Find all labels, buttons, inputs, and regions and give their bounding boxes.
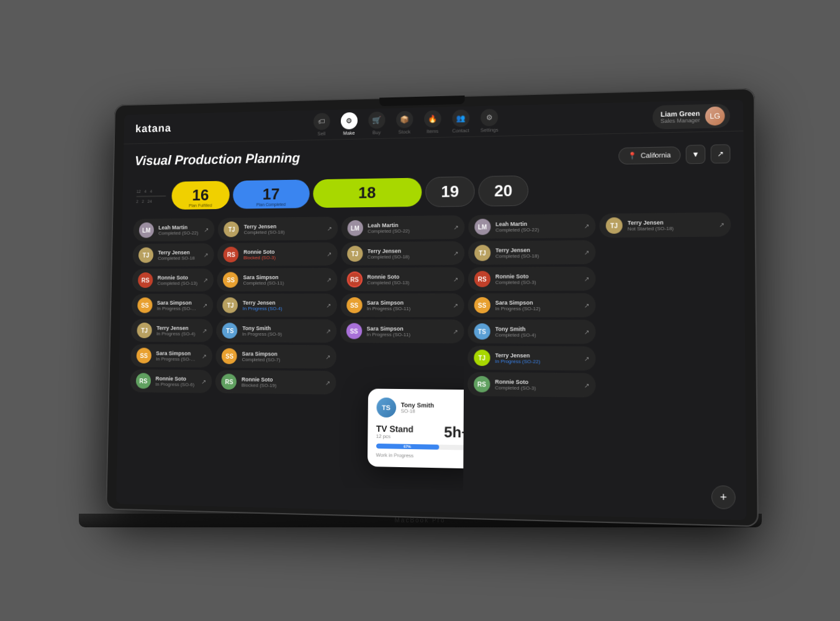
expanded-card-header: TS Tony Smith SO-18 ↗ [376,397,464,418]
arrow-icon: ↗ [584,382,589,388]
nav-item-contact[interactable]: 👥 Contact [452,109,469,133]
task-avatar: SS [223,272,238,287]
task-card[interactable]: TJ Terry Jensen In Progress (SO-4) ↗ [217,293,337,317]
arrow-icon: ↗ [204,226,209,233]
task-avatar: RS [474,270,490,287]
task-card[interactable]: LM Leah Martin Completed (SO-22) ↗ [341,215,464,240]
location-button[interactable]: 📍 California [618,146,680,164]
column-day19: TJ Terry Jensen Not Started (SO-18) ↗ [599,212,733,497]
task-card[interactable]: RS Ronnie Soto Blocked (SO-3) ↗ [217,242,337,266]
day-18-pill[interactable]: 18 [313,177,422,208]
task-avatar: TJ [474,244,490,261]
task-card[interactable]: SS Sara Simpson Completed (SO-7) ↗ [215,344,336,369]
task-card[interactable]: RS Ronnie Soto Blocked (SO-19) ↗ [215,370,336,394]
arrow-icon: ↗ [326,250,331,257]
buy-icon: 🛒 [368,111,385,128]
location-icon: 📍 [628,151,637,159]
task-card[interactable]: SS Sara Simpson In Progress (SO-11) ↗ [340,319,464,343]
share-button[interactable]: ↗ [710,144,730,163]
task-avatar: TJ [346,246,363,262]
screen-notch [379,95,464,105]
task-info: Terry Jensen In Progress (SO-4) [156,324,197,336]
task-info: Leah Martin Completed (SO-22) [158,223,200,235]
task-card[interactable]: TJ Terry Jensen Completed (SO-18) ↗ [340,241,464,265]
task-card[interactable]: SS Sara Simpson In Progress (SO-12) ↗ [467,293,595,317]
nav-item-sell[interactable]: 🏷 Sell [313,112,330,136]
column-day17: LM Leah Martin Completed (SO-22) ↗ TJ Te… [338,215,464,491]
task-card[interactable]: TJ Terry Jensen Completed (SO-18) ↗ [467,240,595,265]
task-avatar: SS [474,297,490,313]
task-card[interactable]: SS Sara Simpson Completed (SO-11) ↗ [217,267,336,291]
arrow-icon: ↗ [204,251,209,258]
task-card[interactable]: TJ Terry Jensen In Progress (SO-22) ↗ [467,346,595,370]
task-avatar: RS [135,373,151,388]
task-info: Sara Simpson In Progress (SO-12) [156,299,198,310]
expanded-task-card[interactable]: TS Tony Smith SO-18 ↗ TV Stand [367,388,464,468]
task-info: Ronnie Soto Completed (SO-3) [495,378,579,391]
day-19-pill[interactable]: 19 [425,176,475,207]
columns: LM Leah Martin Completed (SO-22) ↗ TJ Te… [128,212,733,497]
day-16-pill[interactable]: 16 Plan Fulfilled [171,181,230,209]
task-card[interactable]: TS Tony Smith In Progress (SO-9) ↗ [216,319,336,342]
task-card[interactable]: RS Ronnie Soto Completed (SO-3) ↗ [467,266,595,290]
task-card[interactable]: RS Ronnie Soto Completed (SO-13) ↗ [340,267,464,290]
task-info: Terry Jensen Completed (SO-18) [243,222,322,235]
make-icon: ⚙ [340,112,357,129]
main-content: Visual Production Planning 📍 California … [116,131,746,520]
task-card[interactable]: TJ Terry Jensen Completed SO-18 ↗ [132,243,214,266]
fab-button[interactable]: + [711,485,735,509]
items-icon: 🔥 [423,110,441,127]
expanded-quantity: 12 pcs [376,433,413,439]
filter-button[interactable]: ▼ [685,145,705,164]
arrow-icon: ↗ [453,275,458,282]
task-info: Sara Simpson In Progress (SO-11) [366,299,448,311]
nav-item-settings[interactable]: ⚙ Settings [480,109,498,133]
task-card[interactable]: TS Tony Smith Completed (SO-4) ↗ [467,319,595,344]
day-18-number: 18 [358,183,376,202]
task-card[interactable]: RS Ronnie Soto Completed (SO-13) ↗ [132,268,214,291]
arrow-icon: ↗ [453,249,458,256]
task-info: Terry Jensen Not Started (SO-18) [627,218,713,231]
day-20-pill[interactable]: 20 [478,175,528,206]
task-card[interactable]: TJ Terry Jensen Not Started (SO-18) ↗ [599,212,731,238]
day-20-number: 20 [494,181,512,200]
user-info: Liam Green Sales Manager [660,109,699,123]
app-logo: katana [135,122,171,135]
task-card[interactable]: SS Sara Simpson In Progress (SO-12) ↗ [130,344,212,367]
task-card[interactable]: RS Ronnie Soto In Progress (SO-6) ↗ [130,369,212,393]
task-card[interactable]: TJ Terry Jensen Completed (SO-18) ↗ [218,217,338,241]
task-card[interactable]: SS Sara Simpson In Progress (SO-11) ↗ [340,293,464,316]
task-info: Leah Martin Completed (SO-22) [495,220,579,232]
task-avatar: TS [474,323,490,339]
filter-icon: ▼ [692,150,700,158]
arrow-icon: ↗ [326,276,331,283]
task-card[interactable]: LM Leah Martin Completed (SO-22) ↗ [467,213,595,238]
page-header: Visual Production Planning 📍 California … [134,141,730,173]
arrow-icon: ↗ [584,248,589,255]
expanded-person-name: Tony Smith [400,401,433,409]
nav-item-make[interactable]: ⚙ Make [340,112,357,136]
column-prev: LM Leah Martin Completed (SO-22) ↗ TJ Te… [128,218,215,485]
task-avatar: TJ [222,297,238,313]
expanded-product-name: TV Stand [376,423,413,434]
nav-item-stock[interactable]: 📦 Stock [395,110,413,135]
task-info: Sara Simpson In Progress (SO-12) [156,350,197,362]
task-card[interactable]: RS Ronnie Soto Completed (SO-3) ↗ [467,372,595,397]
expanded-person-info: Tony Smith SO-18 [400,401,434,414]
day-16-number: 16 [192,185,209,204]
task-info: Terry Jensen Completed (SO-18) [367,247,448,259]
user-badge[interactable]: Liam Green Sales Manager LG [653,103,730,128]
day-17-pill[interactable]: 17 Plan Completed [232,179,309,208]
nav-item-buy[interactable]: 🛒 Buy [368,111,385,135]
task-avatar: TJ [605,217,622,234]
task-card[interactable]: LM Leah Martin Completed (SO-22) ↗ [133,218,215,241]
column-day18: LM Leah Martin Completed (SO-22) ↗ TJ Te… [466,213,595,493]
user-name: Liam Green [660,109,699,117]
task-card[interactable]: TJ Terry Jensen In Progress (SO-4) ↗ [131,319,213,342]
nav-item-items[interactable]: 🔥 Items [423,110,441,134]
task-card[interactable]: SS Sara Simpson In Progress (SO-12) ↗ [131,293,213,316]
arrow-icon: ↗ [325,353,330,360]
task-avatar: RS [473,375,489,392]
share-icon: ↗ [717,149,724,158]
expanded-product: TV Stand 12 pcs 5h+ [376,422,464,441]
